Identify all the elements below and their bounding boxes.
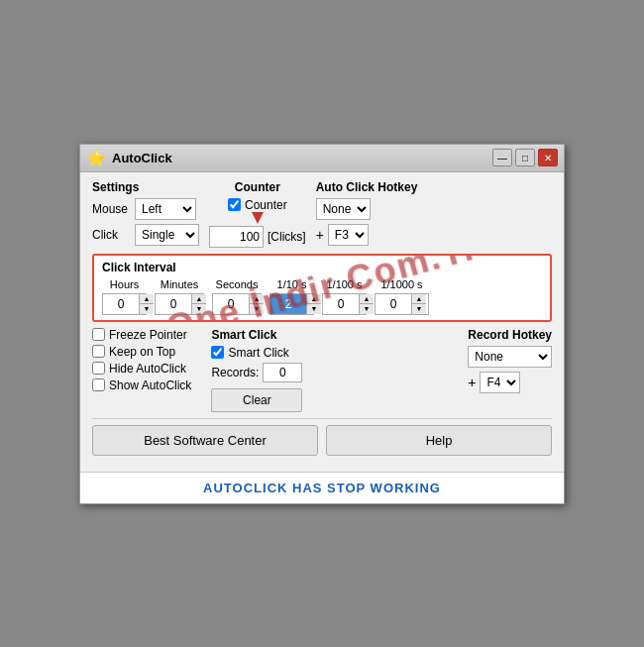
minutes-up-btn[interactable]: ▲ bbox=[192, 294, 206, 304]
bottom-settings: Freeze Pointer Keep on Top Hide AutoClic… bbox=[92, 328, 552, 412]
hundredth-spinner-btns: ▲ ▼ bbox=[359, 294, 374, 314]
minutes-spinner-btns: ▲ ▼ bbox=[191, 294, 206, 314]
seconds-up-btn[interactable]: ▲ bbox=[250, 294, 264, 304]
thousandth-input[interactable] bbox=[376, 294, 411, 314]
hotkey-panel: Auto Click Hotkey NoneF1F2F3 + F1F2F3F4 bbox=[316, 180, 418, 246]
window-content: Settings Mouse Left Right Middle Click S… bbox=[80, 172, 564, 472]
hotkey-plus: + bbox=[316, 227, 324, 243]
divider bbox=[92, 418, 552, 419]
tenth-spinner: ▲ ▼ bbox=[269, 293, 314, 315]
interval-inputs: ▲ ▼ ▲ ▼ ▲ ▼ bbox=[102, 293, 542, 315]
counter-checkbox-label: Counter bbox=[245, 198, 287, 212]
minimize-button[interactable]: — bbox=[492, 149, 512, 166]
header-tenth: 1/10 s bbox=[269, 278, 314, 290]
click-label: Click bbox=[92, 228, 130, 242]
seconds-spinner: ▲ ▼ bbox=[212, 293, 262, 315]
record-hotkey-label: Record Hotkey bbox=[468, 328, 552, 342]
smart-click-checkbox[interactable] bbox=[211, 346, 224, 359]
smart-click-label: Smart Click bbox=[228, 346, 288, 360]
record-hotkey-group: Record Hotkey NoneF1F2F3 + F1F2F3F4 bbox=[468, 328, 552, 412]
tenth-down-btn[interactable]: ▼ bbox=[307, 304, 321, 314]
checkboxes-group: Freeze Pointer Keep on Top Hide AutoClic… bbox=[92, 328, 191, 412]
best-software-button[interactable]: Best Software Center bbox=[92, 425, 318, 456]
show-autoclick-checkbox[interactable] bbox=[92, 378, 105, 391]
counter-label: Counter bbox=[235, 180, 280, 194]
thousandth-up-btn[interactable]: ▲ bbox=[412, 294, 426, 304]
settings-panel: Settings Mouse Left Right Middle Click S… bbox=[92, 180, 199, 246]
smart-click-panel: Smart Click Smart Click Records: Clear bbox=[211, 328, 302, 412]
app-icon: ⭐ bbox=[86, 149, 106, 167]
seconds-spinner-btns: ▲ ▼ bbox=[249, 294, 264, 314]
interval-headers: Hours Minutes Seconds 1/10 s 1/100 s 1/1… bbox=[102, 278, 542, 290]
clicks-unit: [Clicks] bbox=[268, 230, 306, 244]
title-bar-left: ⭐ AutoClick bbox=[86, 149, 172, 167]
hide-autoclick-checkbox[interactable] bbox=[92, 362, 105, 375]
records-label: Records: bbox=[211, 366, 259, 379]
thousandth-spinner: ▲ ▼ bbox=[375, 293, 429, 315]
seconds-down-btn[interactable]: ▼ bbox=[250, 304, 264, 314]
hours-input[interactable] bbox=[103, 294, 139, 314]
maximize-button[interactable]: □ bbox=[515, 149, 535, 166]
tenth-spinner-btns: ▲ ▼ bbox=[306, 294, 321, 314]
tenth-input[interactable] bbox=[270, 294, 306, 314]
status-text: AUTOCLICK HAS STOP WORKING bbox=[203, 481, 441, 495]
hide-autoclick-label: Hide AutoClick bbox=[109, 362, 186, 376]
mouse-label: Mouse bbox=[92, 202, 130, 216]
thousandth-down-btn[interactable]: ▼ bbox=[412, 304, 426, 314]
hide-autoclick-row: Hide AutoClick bbox=[92, 362, 191, 376]
counter-checkbox[interactable] bbox=[228, 198, 241, 211]
keep-on-top-checkbox[interactable] bbox=[92, 345, 105, 358]
keep-on-top-row: Keep on Top bbox=[92, 345, 191, 359]
counter-value-input[interactable] bbox=[209, 226, 264, 248]
click-select[interactable]: Single Double bbox=[135, 224, 199, 246]
settings-label: Settings bbox=[92, 180, 199, 194]
thousandth-spinner-btns: ▲ ▼ bbox=[411, 294, 426, 314]
title-bar: ⭐ AutoClick — □ ✕ bbox=[80, 145, 564, 172]
header-seconds: Seconds bbox=[212, 278, 262, 290]
show-autoclick-label: Show AutoClick bbox=[109, 378, 191, 392]
hotkey-f3-row: + F1F2F3F4 bbox=[316, 224, 418, 246]
minutes-input[interactable] bbox=[156, 294, 191, 314]
help-button[interactable]: Help bbox=[326, 425, 552, 456]
close-button[interactable]: ✕ bbox=[538, 149, 558, 166]
record-hotkey-none-select[interactable]: NoneF1F2F3 bbox=[468, 346, 552, 368]
arrow-down-icon bbox=[252, 212, 264, 224]
main-window: ⭐ AutoClick — □ ✕ Settings Mouse Left Ri… bbox=[79, 144, 565, 504]
record-hotkey-plus: + bbox=[468, 375, 476, 390]
hours-down-btn[interactable]: ▼ bbox=[140, 304, 154, 314]
hundredth-up-btn[interactable]: ▲ bbox=[360, 294, 374, 304]
tenth-up-btn[interactable]: ▲ bbox=[307, 294, 321, 304]
clear-button[interactable]: Clear bbox=[211, 388, 302, 412]
smart-click-title: Smart Click bbox=[211, 328, 302, 342]
status-bar: AUTOCLICK HAS STOP WORKING bbox=[80, 472, 564, 503]
freeze-pointer-checkbox[interactable] bbox=[92, 328, 105, 341]
title-controls: — □ ✕ bbox=[492, 149, 558, 166]
seconds-input[interactable] bbox=[213, 294, 249, 314]
records-input[interactable] bbox=[263, 363, 302, 382]
arrow-container bbox=[252, 212, 264, 224]
smart-click-check: Smart Click bbox=[211, 346, 302, 360]
interval-title: Click Interval bbox=[102, 261, 542, 274]
header-hundredth: 1/100 s bbox=[322, 278, 367, 290]
records-row: Records: bbox=[211, 363, 302, 382]
show-autoclick-row: Show AutoClick bbox=[92, 378, 191, 392]
window-title: AutoClick bbox=[112, 151, 172, 165]
hotkey-label: Auto Click Hotkey bbox=[316, 180, 418, 194]
freeze-pointer-row: Freeze Pointer bbox=[92, 328, 191, 342]
keep-on-top-label: Keep on Top bbox=[109, 345, 175, 359]
minutes-down-btn[interactable]: ▼ bbox=[192, 304, 206, 314]
hotkey-none-select[interactable]: NoneF1F2F3 bbox=[316, 198, 371, 220]
record-hotkey-f4-row: + F1F2F3F4 bbox=[468, 372, 552, 393]
minutes-spinner: ▲ ▼ bbox=[155, 293, 204, 315]
header-thousandth: 1/1000 s bbox=[375, 278, 429, 290]
record-hotkey-f4-select[interactable]: F1F2F3F4 bbox=[480, 372, 520, 393]
hundredth-spinner: ▲ ▼ bbox=[322, 293, 367, 315]
freeze-pointer-label: Freeze Pointer bbox=[109, 328, 187, 342]
mouse-select[interactable]: Left Right Middle bbox=[135, 198, 196, 220]
counter-panel: Counter Counter [Clicks] bbox=[209, 180, 306, 248]
hotkey-f3-select[interactable]: F1F2F3F4 bbox=[328, 224, 369, 246]
hundredth-down-btn[interactable]: ▼ bbox=[360, 304, 374, 314]
hours-up-btn[interactable]: ▲ bbox=[140, 294, 154, 304]
counter-value-row: [Clicks] bbox=[209, 226, 306, 248]
hundredth-input[interactable] bbox=[323, 294, 359, 314]
